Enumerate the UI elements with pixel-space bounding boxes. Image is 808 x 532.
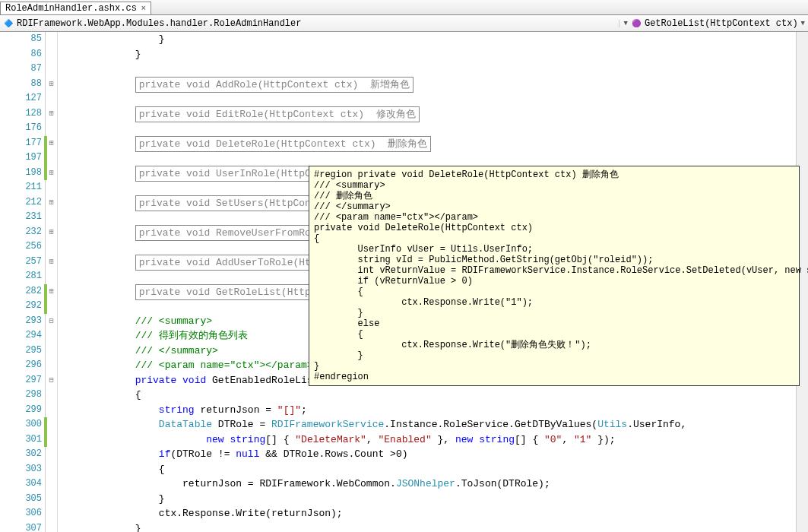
tab-label: RoleAdminHandler.ashx.cs [5,3,137,14]
fold-toggle [46,358,57,373]
line-number: 256 [0,239,43,255]
fold-toggle [46,492,57,507]
code-line[interactable] [58,121,808,136]
token: .UserInfo, [627,419,686,430]
fold-toggle[interactable]: ⊞ [46,166,57,181]
code-line[interactable]: { [58,462,808,477]
line-number: 85 [0,32,43,47]
collapsed-region[interactable]: private void EditRole(HttpContext ctx) 修… [135,106,420,123]
fold-toggle [46,299,57,314]
code-line[interactable]: private void EditRole(HttpContext ctx) 修… [58,106,808,122]
code-line[interactable]: } [58,32,808,47]
code-line[interactable]: private void DeleteRole(HttpContext ctx)… [58,136,808,151]
fold-toggle [46,121,57,136]
code-area[interactable]: } } private void AddRole(HttpContext ctx… [58,32,808,532]
token: }); [591,434,615,445]
token: /// <summary> [135,315,212,327]
token: null [236,448,259,460]
fold-toggle[interactable]: ⊞ [46,255,57,270]
code-line[interactable]: string returnJson = "[]"; [58,403,808,418]
tab-bar: RoleAdminHandler.ashx.cs × [0,0,808,15]
code-tooltip: #region private void DeleteRole(HttpCont… [309,166,800,386]
code-line[interactable]: } [58,492,808,507]
fold-toggle[interactable]: ⊞ [46,77,57,92]
fold-toggle [46,47,57,62]
token: /// 得到有效的角色列表 [135,330,248,341]
line-number: 257 [0,255,43,270]
code-line[interactable]: { [58,388,808,403]
change-marker [44,299,47,314]
code-line[interactable] [58,62,808,77]
line-number: 177 [0,136,43,151]
token: JSONhelper [396,478,455,489]
fold-toggle [46,447,57,462]
line-number: 87 [0,62,43,77]
code-line[interactable]: } [58,521,808,533]
fold-toggle[interactable]: ⊞ [46,225,57,240]
code-line[interactable]: } [58,47,808,62]
token: .ToJson(DTRole); [455,478,550,489]
token: } [135,523,141,533]
token: "Enabled" [379,434,432,445]
method-name[interactable]: GetRoleList(HttpContext ctx) [645,18,798,29]
fold-toggle[interactable]: ⊞ [46,284,57,299]
token: "1" [574,434,591,445]
class-icon: 🔷 [3,18,14,29]
close-icon[interactable]: × [141,5,146,13]
token: } [159,493,165,505]
class-dropdown[interactable]: ▼ [619,20,628,27]
code-line[interactable]: DataTable DTRole = RDIFrameworkService.I… [58,417,808,432]
editor[interactable]: 8586878812712817617719719821121223123225… [0,32,808,532]
fold-toggle [46,269,57,284]
code-line[interactable]: private void AddRole(HttpContext ctx) 新增… [58,77,808,92]
token: string [159,404,195,416]
line-number: 293 [0,314,43,329]
fold-toggle [46,388,57,403]
token: [] { [265,434,295,445]
chevron-down-icon: ▼ [624,20,628,27]
file-tab[interactable]: RoleAdminHandler.ashx.cs × [0,2,151,14]
token: [] { [515,434,544,445]
fold-toggle [46,328,57,344]
token: void [182,375,206,386]
collapsed-region[interactable]: private void DeleteRole(HttpContext ctx)… [135,136,432,153]
fold-toggle [46,180,57,195]
fold-toggle [46,62,57,77]
chevron-down-icon[interactable]: ▼ [801,20,805,27]
collapsed-region[interactable]: private void AddRole(HttpContext ctx) 新增… [135,77,414,93]
token: RDIFrameworkService [271,419,384,430]
token: { [135,389,141,401]
fold-toggle[interactable]: ⊞ [46,106,57,122]
line-number: 212 [0,195,43,211]
class-path[interactable]: RDIFramework.WebApp.Modules.handler.Role… [17,18,301,29]
token: /// </summary> [135,345,218,356]
code-line[interactable] [58,91,808,106]
token: /// <param name="ctx"></param> [135,359,313,371]
change-marker [44,432,47,448]
token: .Instance.RoleService.GetDTByValues( [384,419,597,430]
fold-toggle [46,91,57,106]
fold-toggle [46,403,57,418]
code-line[interactable]: new string[] { "DeleteMark", "Enabled" }… [58,432,808,448]
line-number: 304 [0,477,43,492]
line-number: 292 [0,299,43,314]
code-line[interactable]: if(DTRole != null && DTRole.Rows.Count >… [58,447,808,462]
line-number: 88 [0,77,43,92]
code-line[interactable]: ctx.Response.Write(returnJson); [58,506,808,521]
change-marker [44,417,47,432]
fold-toggle[interactable]: ⊟ [46,314,57,329]
line-number: 211 [0,180,43,195]
fold-toggle[interactable]: ⊟ [46,373,57,388]
line-number: 86 [0,47,43,62]
fold-toggle [46,210,57,225]
token: returnJson = RDIFramework.WebCommon. [182,478,396,489]
fold-toggle[interactable]: ⊞ [46,195,57,211]
fold-toggle [46,506,57,521]
code-line[interactable]: returnJson = RDIFramework.WebCommon.JSON… [58,477,808,492]
line-number: 294 [0,328,43,344]
code-line[interactable] [58,150,808,166]
method-icon: 🟣 [631,18,642,29]
line-number: 295 [0,344,43,359]
fold-toggle[interactable]: ⊞ [46,136,57,151]
navigation-bar: 🔷 RDIFramework.WebApp.Modules.handler.Ro… [0,15,808,32]
